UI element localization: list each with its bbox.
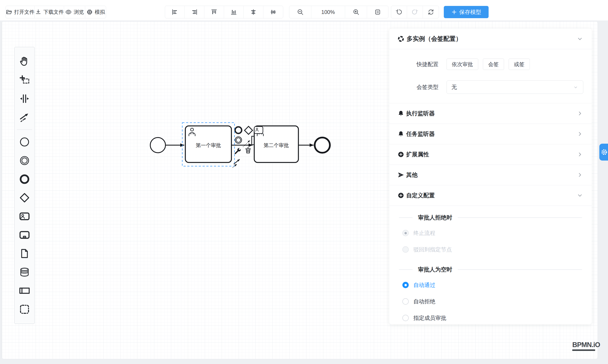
global-connect-tool[interactable] (18, 111, 31, 124)
refresh-icon (427, 9, 434, 15)
participant-icon (19, 285, 30, 296)
quick-option-orsign[interactable]: 或签 (509, 59, 530, 70)
align-left-button[interactable] (165, 6, 185, 18)
divider (399, 269, 412, 270)
zoom-tools-group: 100% (289, 6, 388, 18)
radio-label: 驳回到指定节点 (413, 246, 452, 253)
align-top-button[interactable] (204, 6, 224, 18)
start-event-shape[interactable] (150, 138, 165, 153)
quick-option-countersign[interactable]: 会签 (483, 59, 504, 70)
align-top-icon (211, 9, 217, 15)
align-right-button[interactable] (185, 6, 204, 18)
panel-title: 多实例（会签配置） (407, 35, 462, 43)
zoom-out-button[interactable] (289, 6, 311, 18)
section-label: 扩展属性 (406, 151, 429, 158)
create-end-event[interactable] (18, 173, 31, 185)
quick-config-row: 快捷配置 依次审批 会签 或签 (398, 59, 583, 70)
align-right-icon (191, 9, 198, 15)
radio-icon (402, 246, 409, 253)
undo-button[interactable] (391, 6, 407, 18)
download-file-label: 下载文件 (43, 9, 64, 15)
radio-assign-member[interactable]: 指定成员审批 (398, 310, 583, 324)
section-label: 其他 (406, 171, 418, 179)
sign-type-select[interactable]: 无 (447, 80, 583, 94)
multi-instance-icon (398, 36, 404, 42)
append-text-annotation-icon[interactable] (252, 136, 255, 145)
zoom-level-value: 100% (321, 9, 335, 15)
section-label: 任务监听器 (406, 130, 435, 138)
lasso-tool[interactable] (18, 74, 31, 86)
end-event-shape[interactable] (315, 138, 330, 153)
gear-icon (601, 148, 608, 156)
create-intermediate-event[interactable] (18, 154, 31, 167)
bpmn-io-watermark[interactable]: BPMN.iO (572, 340, 601, 351)
sign-type-row: 会签类型 无 (398, 80, 583, 94)
download-icon (35, 9, 42, 15)
append-intermediate-event-icon[interactable] (235, 137, 242, 143)
redo-button[interactable] (407, 6, 423, 18)
undo-icon (396, 9, 402, 15)
chevron-right-icon (577, 130, 583, 137)
chevron-down-icon (577, 36, 583, 42)
chevron-right-icon (577, 110, 583, 117)
space-tool[interactable] (18, 92, 31, 105)
section-label: 自定义配置 (406, 192, 435, 199)
hand-tool[interactable] (18, 55, 31, 68)
align-center-vertical-button[interactable] (263, 6, 283, 18)
reject-group-title: 审批人拒绝时 (418, 214, 452, 221)
data-object-icon (19, 248, 30, 259)
open-file-button[interactable]: 打开文件 (6, 6, 35, 18)
section-other[interactable]: 其他 (398, 165, 583, 185)
append-task-icon[interactable] (254, 127, 263, 133)
create-gateway[interactable] (18, 191, 31, 204)
hand-icon (19, 56, 30, 67)
lasso-icon (19, 74, 30, 86)
align-tools-group (165, 6, 283, 18)
create-user-task[interactable] (18, 210, 31, 223)
section-execution-listener[interactable]: 执行监听器 (398, 103, 583, 124)
user-task-icon (19, 211, 30, 222)
panel-header[interactable]: 多实例（会签配置） (398, 28, 583, 49)
radio-icon (402, 298, 409, 305)
align-center-vertical-icon (270, 9, 277, 15)
task1-shape[interactable] (185, 126, 231, 162)
refresh-button[interactable] (423, 6, 439, 18)
align-center-horizontal-button[interactable] (244, 6, 263, 18)
save-model-button[interactable]: 保存模型 (444, 6, 489, 18)
plus-icon (451, 9, 457, 15)
section-task-listener[interactable]: 任务监听器 (398, 124, 583, 144)
browse-button[interactable]: 浏览 (64, 6, 85, 18)
divider (389, 206, 592, 206)
fit-viewport-button[interactable] (367, 6, 388, 18)
chevron-down-icon (577, 192, 583, 199)
palette-separator (17, 130, 32, 130)
chevron-down-icon (573, 85, 578, 90)
delete-trash-icon[interactable] (246, 148, 251, 153)
subprocess-icon (19, 229, 30, 241)
radio-icon (402, 282, 409, 288)
divider (399, 217, 412, 218)
create-start-event[interactable] (18, 136, 31, 148)
section-label: 执行监听器 (406, 110, 435, 117)
section-custom-config[interactable]: 自定义配置 (398, 185, 583, 206)
eye-icon (65, 9, 72, 15)
radio-auto-reject[interactable]: 自动拒绝 (398, 293, 583, 310)
settings-tab[interactable] (599, 144, 608, 161)
create-data-store[interactable] (18, 266, 31, 278)
create-data-object[interactable] (18, 247, 31, 260)
zoom-in-button[interactable] (345, 6, 367, 18)
create-participant[interactable] (18, 284, 31, 297)
create-group[interactable] (18, 303, 31, 316)
history-tools-group (391, 6, 439, 18)
simulate-button[interactable]: 模拟 (85, 6, 106, 18)
quick-option-sequential[interactable]: 依次审批 (447, 59, 478, 70)
radio-auto-pass[interactable]: 自动通过 (398, 277, 583, 293)
bpmn-io-logo-underline (572, 350, 595, 351)
create-subprocess[interactable] (18, 229, 31, 241)
section-extended-properties[interactable]: 扩展属性 (398, 144, 583, 165)
folder-open-icon (6, 9, 12, 15)
palette (14, 47, 35, 324)
align-bottom-button[interactable] (224, 6, 244, 18)
download-file-button[interactable]: 下载文件 (35, 6, 64, 18)
append-end-event-icon[interactable] (235, 127, 242, 133)
